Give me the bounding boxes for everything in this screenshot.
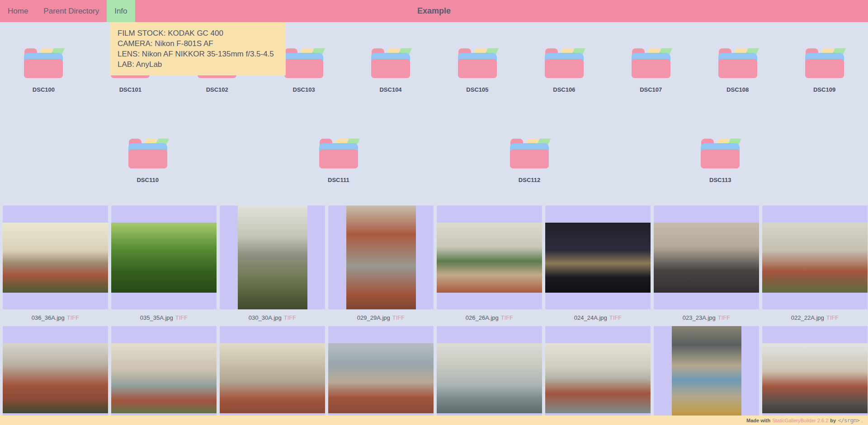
thumbnail-card[interactable] [220, 205, 325, 309]
gallery-cell [3, 326, 108, 425]
gallery-cell [328, 326, 434, 425]
nav-item-parent-directory[interactable]: Parent Directory [36, 0, 107, 22]
thumbnail-card[interactable] [328, 326, 434, 425]
folder-icon [319, 138, 358, 168]
footer-builder-link[interactable]: StaticGalleryBuilder 2.6.2 [772, 418, 828, 423]
photo-format-link[interactable]: TIFF [175, 314, 188, 321]
tooltip-line-film-stock: FILM STOCK: KODAK GC 400 [118, 28, 278, 38]
photo-format-link[interactable]: TIFF [609, 314, 622, 321]
thumbnail-card[interactable] [111, 326, 217, 425]
gallery-cell: 023_23A.jpgTIFF [654, 205, 759, 326]
thumbnail-card[interactable] [3, 326, 108, 425]
thumbnail-caption: 029_29A.jpgTIFF [328, 309, 434, 326]
folder-tile-dsc110[interactable]: DSC110 [104, 138, 191, 183]
folder-icon-part [128, 149, 167, 168]
folder-name: DSC105 [466, 86, 488, 93]
photo-thumbnail-bare-tree-over-city-vista [238, 205, 307, 309]
thumbnail-caption: 036_36A.jpgTIFF [3, 309, 108, 326]
tooltip-line-lab: LAB: AnyLab [118, 59, 278, 70]
photo-filename-link[interactable]: 035_35A.jpg [140, 314, 173, 321]
nav-item-home[interactable]: Home [0, 0, 36, 22]
photo-filename-link[interactable]: 030_30A.jpg [249, 314, 282, 321]
photo-format-link[interactable]: TIFF [284, 314, 296, 321]
folder-tile-dsc105[interactable]: DSC105 [434, 47, 520, 93]
thumbnail-card[interactable] [654, 205, 759, 309]
thumbnail-card[interactable] [111, 205, 217, 309]
photo-format-link[interactable]: TIFF [826, 314, 839, 321]
folder-icon [510, 138, 549, 168]
photo-format-link[interactable]: TIFF [501, 314, 513, 321]
photo-thumbnail-green-hill-town-roofs [437, 223, 542, 293]
photo-grid: 036_36A.jpgTIFF035_35A.jpgTIFF030_30A.jp… [0, 205, 868, 425]
folder-tile-dsc104[interactable]: DSC104 [348, 47, 434, 93]
folder-tile-dsc113[interactable]: DSC113 [677, 138, 764, 183]
thumbnail-card[interactable] [328, 205, 434, 309]
photo-thumbnail-astronomical-clock-tower [672, 326, 741, 425]
folder-name: DSC113 [709, 177, 731, 183]
thumbnail-card[interactable] [545, 326, 651, 425]
photo-thumbnail-castle-skyline-over-river [545, 343, 651, 413]
photo-thumbnail-river-bridge-colorful-facades [220, 343, 325, 413]
folder-tile-dsc108[interactable]: DSC108 [694, 47, 781, 93]
folder-name: DSC112 [519, 177, 540, 183]
photo-filename-link[interactable]: 036_36A.jpg [32, 314, 65, 321]
folder-name: DSC108 [726, 86, 749, 93]
folder-name: DSC106 [553, 86, 575, 93]
folder-icon-part [632, 59, 670, 78]
folder-name: DSC107 [640, 86, 662, 93]
thumbnail-card[interactable] [437, 205, 542, 309]
folder-icon-part [701, 149, 740, 168]
photo-filename-link[interactable]: 024_24A.jpg [574, 314, 607, 321]
thumbnail-card[interactable] [437, 326, 542, 425]
folder-name: DSC104 [379, 86, 401, 93]
folder-icon-part [545, 59, 584, 78]
thumbnail-caption: 022_22A.jpgTIFF [762, 309, 868, 326]
gallery-cell: 030_30A.jpgTIFF [220, 205, 325, 326]
thumbnail-card[interactable] [762, 205, 868, 309]
folder-name: DSC100 [33, 86, 55, 93]
folder-tile-dsc107[interactable]: DSC107 [608, 47, 694, 93]
folder-icon-part [458, 59, 497, 78]
photo-filename-link[interactable]: 022_22A.jpg [791, 314, 824, 321]
photo-thumbnail-crowd-on-charles-bridge [654, 223, 759, 293]
photo-filename-link[interactable]: 026_26A.jpg [466, 314, 499, 321]
folder-tile-dsc106[interactable]: DSC106 [521, 47, 607, 93]
footer-srgn-logo[interactable]: </srgn> [838, 417, 859, 424]
folder-icon [24, 47, 63, 78]
folder-tile-dsc100[interactable]: DSC100 [0, 47, 87, 93]
thumbnail-card[interactable] [762, 326, 868, 425]
photo-format-link[interactable]: TIFF [67, 314, 79, 321]
folder-icon [632, 47, 670, 78]
tooltip-line-lens: LENS: Nikon AF NIKKOR 35-135mm f/3.5-4.5 [118, 49, 278, 59]
nav-item-info[interactable]: Info [107, 0, 135, 22]
photo-filename-link[interactable]: 029_29A.jpg [357, 314, 390, 321]
gallery-cell: 022_22A.jpgTIFF [762, 205, 868, 326]
folder-icon [371, 47, 410, 78]
folder-tile-dsc112[interactable]: DSC112 [486, 138, 573, 183]
folder-icon-part [718, 59, 757, 78]
folder-icon [284, 47, 323, 78]
gallery-cell: 036_36A.jpgTIFF [3, 205, 108, 326]
footer-made-with-text: Made with [746, 418, 770, 423]
info-tooltip: FILM STOCK: KODAK GC 400 CAMERA: Nikon F… [110, 22, 286, 75]
gallery-cell: 024_24A.jpgTIFF [545, 205, 651, 326]
gallery-cell [654, 326, 759, 425]
folder-icon-part [24, 59, 63, 78]
thumbnail-card[interactable] [220, 326, 325, 425]
photo-filename-link[interactable]: 023_23A.jpg [683, 314, 716, 321]
photo-thumbnail-hazy-river-city-aerial [111, 343, 217, 413]
folder-tile-dsc111[interactable]: DSC111 [295, 138, 382, 183]
thumbnail-card[interactable] [3, 205, 108, 309]
photo-format-link[interactable]: TIFF [392, 314, 405, 321]
folder-name: DSC101 [119, 86, 142, 93]
thumbnail-caption: 024_24A.jpgTIFF [545, 309, 651, 326]
gallery-cell: 035_35A.jpgTIFF [111, 205, 217, 326]
thumbnail-card[interactable] [654, 326, 759, 425]
gallery-cell: 026_26A.jpgTIFF [437, 205, 542, 326]
photo-thumbnail-aerial-street-red-roofs [346, 205, 416, 309]
folder-icon-part [319, 149, 358, 168]
photo-format-link[interactable]: TIFF [718, 314, 730, 321]
thumbnail-card[interactable] [545, 205, 651, 309]
folder-tile-dsc109[interactable]: DSC109 [781, 47, 868, 93]
navbar: Home Parent Directory Info Example [0, 0, 868, 22]
